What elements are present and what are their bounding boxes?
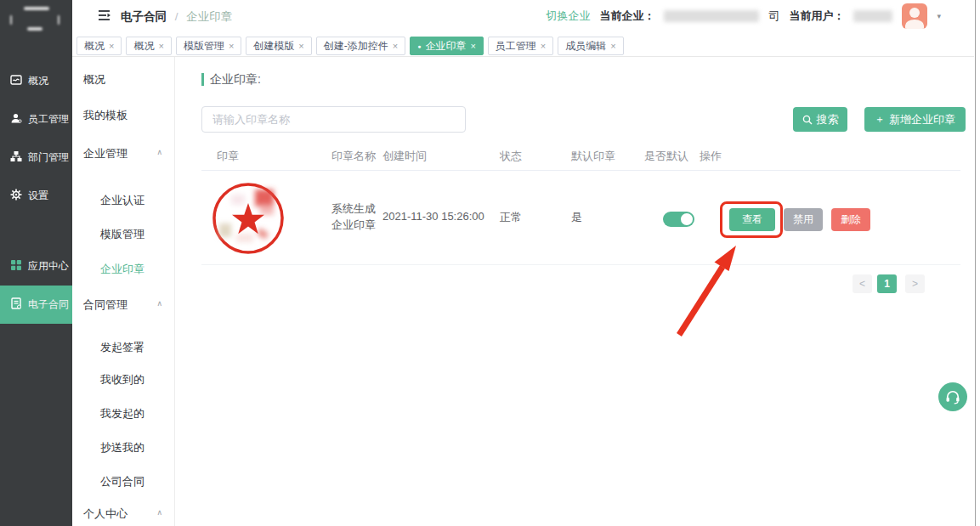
col-header-actions: 操作 [700,149,722,164]
seal-name-line1: 系统生成 [331,201,376,217]
menu-collapse-icon[interactable] [98,9,111,25]
breadcrumb-separator: / [175,10,178,23]
subnav-cc-to-me[interactable]: 抄送我的 [72,440,174,457]
col-header-created-time: 创建时间 [382,149,427,164]
sidebar-item-label: 概况 [28,74,48,88]
close-icon[interactable]: × [229,41,234,51]
top-header: 电子合同 / 企业印章 切换企业 当前企业： 司 当前用户： ▾ [72,0,980,32]
col-header-is-default: 是否默认 [644,149,688,164]
tab-member-edit[interactable]: 成员编辑× [558,37,623,55]
company-name-suffix: 司 [768,8,779,24]
chevron-up-icon: ∧ [156,148,162,156]
settings-icon [10,189,22,203]
col-header-default-seal: 默认印章 [571,149,615,164]
sidebar-item-departments[interactable]: 部门管理 [0,139,72,177]
subnav-received[interactable]: 我收到的 [72,372,174,389]
sidebar-item-app-center[interactable]: 应用中心 [0,247,72,286]
app-center-icon [10,259,22,274]
department-icon [10,150,22,165]
subnav-contract-management[interactable]: 合同管理∧ [72,297,174,314]
tab-create-add-controls[interactable]: 创建-添加控件× [316,37,405,55]
app-logo [8,5,63,31]
close-icon[interactable]: × [610,41,615,51]
current-user-label: 当前用户： [789,8,844,24]
contract-icon [10,297,22,312]
chevron-down-icon[interactable]: ▾ [937,12,941,20]
seal-name-line2: 企业印章 [331,218,376,233]
tab-overview-1[interactable]: 概况× [76,37,122,55]
table-row-divider [201,264,960,265]
pagination-next-button[interactable]: > [905,274,925,293]
subnav-overview[interactable]: 概况 [72,72,174,89]
current-company-label: 当前企业： [599,8,654,24]
close-icon[interactable]: × [393,41,398,51]
sidebar-item-label: 应用中心 [28,259,69,274]
sidebar-item-label: 员工管理 [28,112,69,127]
plus-icon: ＋ [875,112,885,127]
is-default-toggle[interactable] [663,212,694,227]
avatar[interactable] [902,3,927,29]
primary-sidebar: 概况 员工管理 部门管理 设置 应用中心 电子合同 [0,0,72,526]
col-header-seal-name: 印章名称 [331,149,376,164]
user-name-redacted [853,10,892,22]
topbar-right-cluster: 切换企业 当前企业： 司 当前用户： ▾ [546,0,941,32]
customer-service-button[interactable] [938,382,967,411]
chevron-up-icon: ∧ [156,508,162,517]
subnav-company-management[interactable]: 企业管理∧ [72,146,174,163]
close-icon[interactable]: × [470,41,475,51]
col-header-status: 状态 [500,149,522,164]
subnav-company-certification[interactable]: 企业认证 [72,193,174,210]
sidebar-item-settings[interactable]: 设置 [0,177,72,215]
breadcrumb-root[interactable]: 电子合同 [121,10,167,23]
delete-button[interactable]: 删除 [831,208,870,231]
company-seal-image [211,181,286,256]
sidebar-item-label: 设置 [28,189,48,203]
status-value: 正常 [500,210,522,225]
view-button[interactable]: 查看 [729,208,775,231]
sidebar-item-label: 部门管理 [28,150,69,165]
tab-template-management[interactable]: 模版管理× [176,37,241,55]
seal-name-search-input[interactable] [201,106,466,133]
company-name-redacted [664,10,759,22]
default-seal-value: 是 [571,210,582,225]
close-icon[interactable]: × [158,41,163,51]
subnav-my-templates[interactable]: 我的模板 [72,108,174,125]
subnav-initiated-by-me[interactable]: 我发起的 [72,406,174,423]
pagination-page-1[interactable]: 1 [877,274,897,293]
tab-company-seal[interactable]: ●企业印章× [410,37,484,55]
search-button[interactable]: 搜索 [793,107,847,132]
created-time: 2021-11-30 15:26:00 [382,210,484,223]
search-icon [802,115,813,125]
subnav-initiate-signing[interactable]: 发起签署 [72,340,174,357]
page-title: 企业印章: [201,73,261,86]
overview-icon [10,74,22,88]
vertical-scrollbar[interactable] [975,0,980,526]
close-icon[interactable]: × [541,41,546,51]
subnav-personal-center[interactable]: 个人中心∧ [72,506,174,523]
tab-create-template[interactable]: 创建模版× [246,37,311,55]
tab-overview-2[interactable]: 概况× [126,37,171,55]
sidebar-item-e-contract[interactable]: 电子合同 [0,286,72,324]
main-content: 企业印章: 搜索 ＋ 新增企业印章 印章 印章名称 创建时间 状态 默认印章 是… [175,57,974,526]
disable-button[interactable]: 禁用 [784,208,823,231]
sidebar-item-employees[interactable]: 员工管理 [0,100,72,139]
headset-icon [944,388,961,405]
active-dot-icon: ● [417,43,421,49]
tab-employee-management[interactable]: 员工管理× [488,37,553,55]
breadcrumb-current: 企业印章 [186,10,232,23]
employee-icon [10,112,22,127]
subnav-company-contracts[interactable]: 公司合同 [72,474,174,491]
open-tabs-bar: 概况× 概况× 模版管理× 创建模版× 创建-添加控件× ●企业印章× 员工管理… [72,32,974,57]
close-icon[interactable]: × [298,41,303,51]
table-header-divider [201,170,960,171]
col-header-seal: 印章 [217,149,239,164]
sidebar-item-overview[interactable]: 概况 [0,62,72,100]
close-icon[interactable]: × [109,41,114,51]
subnav-template-management[interactable]: 模版管理 [72,227,174,244]
sidebar-item-label: 电子合同 [28,297,69,312]
switch-company-link[interactable]: 切换企业 [546,8,590,24]
chevron-up-icon: ∧ [156,299,162,308]
pagination-prev-button[interactable]: < [853,274,872,293]
subnav-company-seal[interactable]: 企业印章 [72,262,174,279]
add-company-seal-button[interactable]: ＋ 新增企业印章 [864,107,966,132]
